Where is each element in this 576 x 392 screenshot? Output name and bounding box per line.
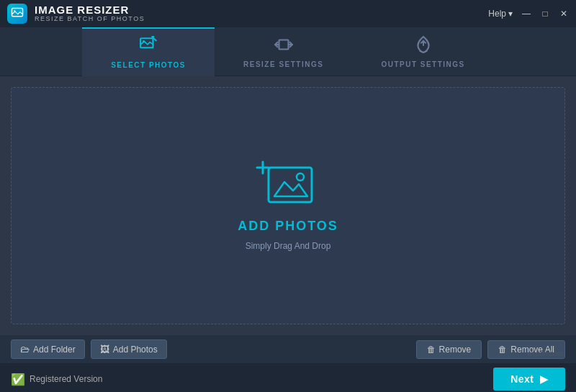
maximize-button[interactable]: □ [540, 9, 550, 19]
registered-icon: ✅ [11, 373, 25, 386]
add-folder-button[interactable]: 🗁 Add Folder [11, 339, 85, 359]
photo-icon: 🖼 [100, 344, 109, 355]
resize-settings-icon [274, 35, 293, 58]
remove-icon: 🗑 [427, 345, 436, 355]
help-button[interactable]: Help ▾ [488, 9, 513, 19]
title-text: IMAGE RESIZER RESIZE BATCH OF PHOTOS [35, 4, 145, 23]
tab-select-photos[interactable]: SELECT PHOTOS [82, 27, 215, 76]
output-settings-icon [414, 35, 433, 58]
tab-output-settings-label: OUTPUT SETTINGS [381, 60, 464, 68]
remove-all-button[interactable]: 🗑 Remove All [487, 340, 565, 359]
title-bar-left: IMAGE RESIZER RESIZE BATCH OF PHOTOS [7, 4, 145, 24]
svg-point-8 [297, 173, 304, 181]
app-subtitle: RESIZE BATCH OF PHOTOS [35, 16, 145, 23]
title-bar: IMAGE RESIZER RESIZE BATCH OF PHOTOS Hel… [0, 0, 576, 27]
bottom-toolbar: 🗁 Add Folder 🖼 Add Photos 🗑 Remove 🗑 Rem… [0, 335, 576, 363]
bottom-right-buttons: 🗑 Remove 🗑 Remove All [416, 340, 565, 359]
status-left: ✅ Registered Version [11, 373, 102, 386]
add-photos-icon [256, 161, 320, 211]
add-photos-sublabel: Simply Drag And Drop [246, 241, 331, 251]
tab-resize-settings-label: RESIZE SETTINGS [243, 60, 323, 68]
svg-rect-4 [279, 40, 288, 49]
app-icon [7, 4, 27, 24]
next-button[interactable]: Next ▶ [493, 368, 565, 391]
next-arrow-icon: ▶ [540, 373, 549, 385]
minimize-button[interactable]: — [521, 9, 531, 19]
remove-all-icon: 🗑 [498, 345, 507, 355]
drop-zone[interactable]: ADD PHOTOS Simply Drag And Drop [11, 87, 565, 324]
status-text: Registered Version [30, 374, 102, 384]
select-photos-icon [139, 36, 158, 58]
close-button[interactable]: ✕ [559, 9, 569, 19]
remove-button[interactable]: 🗑 Remove [416, 340, 482, 359]
title-bar-controls: Help ▾ — □ ✕ [488, 9, 569, 19]
status-bar: ✅ Registered Version Next ▶ [0, 363, 576, 392]
add-photos-button[interactable]: 🖼 Add Photos [91, 339, 167, 359]
svg-point-1 [14, 10, 15, 12]
bottom-left-buttons: 🗁 Add Folder 🖼 Add Photos [11, 339, 167, 359]
tab-output-settings[interactable]: OUTPUT SETTINGS [352, 27, 493, 76]
app-title: IMAGE RESIZER [35, 4, 145, 17]
add-photos-label: ADD PHOTOS [238, 219, 338, 234]
folder-icon: 🗁 [20, 344, 30, 355]
tabs-bar: SELECT PHOTOS RESIZE SETTINGS OUTPUT SET… [0, 27, 576, 76]
tab-select-photos-label: SELECT PHOTOS [111, 61, 186, 69]
svg-point-3 [143, 40, 145, 42]
tab-resize-settings[interactable]: RESIZE SETTINGS [215, 27, 352, 76]
